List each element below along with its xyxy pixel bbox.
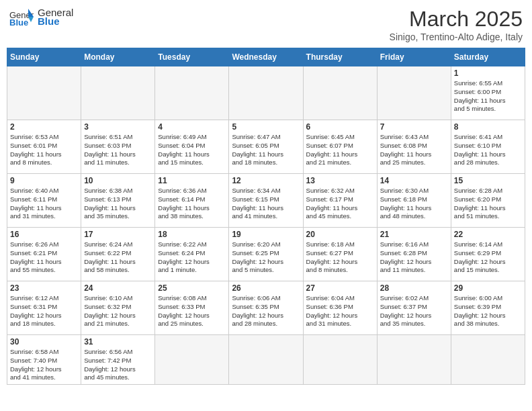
calendar-cell: 19Sunrise: 6:20 AM Sunset: 6:25 PM Dayli… [229,228,303,281]
day-info: Sunrise: 6:30 AM Sunset: 6:18 PM Dayligh… [380,187,448,221]
day-number: 20 [306,230,374,239]
day-info: Sunrise: 6:56 AM Sunset: 7:42 PM Dayligh… [84,348,152,382]
day-number: 21 [380,230,448,239]
day-info: Sunrise: 6:10 AM Sunset: 6:32 PM Dayligh… [84,294,152,328]
day-number: 4 [158,122,226,132]
weekday-header-friday: Friday [377,48,451,66]
page-header: General Blue General Blue March 2025 Sin… [7,7,525,42]
day-number: 24 [84,283,152,293]
calendar-cell [229,335,303,385]
day-info: Sunrise: 6:40 AM Sunset: 6:11 PM Dayligh… [10,187,78,221]
day-number: 15 [454,176,522,185]
day-info: Sunrise: 6:58 AM Sunset: 7:40 PM Dayligh… [10,348,78,382]
day-info: Sunrise: 6:43 AM Sunset: 6:08 PM Dayligh… [380,133,448,167]
calendar-cell: 20Sunrise: 6:18 AM Sunset: 6:27 PM Dayli… [303,228,377,281]
calendar-cell: 14Sunrise: 6:30 AM Sunset: 6:18 PM Dayli… [377,174,451,228]
day-info: Sunrise: 6:45 AM Sunset: 6:07 PM Dayligh… [306,133,374,167]
day-number: 22 [454,230,522,239]
calendar-cell [229,66,303,120]
day-number: 8 [454,122,522,132]
day-number: 11 [158,176,226,185]
day-number: 6 [306,122,374,132]
day-info: Sunrise: 6:06 AM Sunset: 6:35 PM Dayligh… [232,294,300,328]
calendar-cell: 8Sunrise: 6:41 AM Sunset: 6:10 PM Daylig… [451,120,525,174]
calendar-cell: 12Sunrise: 6:34 AM Sunset: 6:15 PM Dayli… [229,174,303,228]
day-info: Sunrise: 6:28 AM Sunset: 6:20 PM Dayligh… [454,187,522,221]
day-number: 14 [380,176,448,185]
calendar-cell: 27Sunrise: 6:04 AM Sunset: 6:36 PM Dayli… [303,281,377,335]
calendar-cell: 9Sunrise: 6:40 AM Sunset: 6:11 PM Daylig… [7,174,81,228]
day-number: 7 [380,122,448,132]
calendar-week-row: 2Sunrise: 6:53 AM Sunset: 6:01 PM Daylig… [7,120,525,174]
weekday-header-saturday: Saturday [451,48,525,66]
logo: General Blue General Blue [9,7,73,27]
day-info: Sunrise: 6:04 AM Sunset: 6:36 PM Dayligh… [306,294,374,328]
day-info: Sunrise: 6:34 AM Sunset: 6:15 PM Dayligh… [232,187,300,221]
day-number: 3 [84,122,152,132]
day-info: Sunrise: 6:14 AM Sunset: 6:29 PM Dayligh… [454,240,522,275]
calendar-cell: 6Sunrise: 6:45 AM Sunset: 6:07 PM Daylig… [303,120,377,174]
day-number: 1 [454,68,522,78]
calendar-cell: 4Sunrise: 6:49 AM Sunset: 6:04 PM Daylig… [155,120,229,174]
calendar-cell: 7Sunrise: 6:43 AM Sunset: 6:08 PM Daylig… [377,120,451,174]
day-info: Sunrise: 6:55 AM Sunset: 6:00 PM Dayligh… [454,79,522,113]
weekday-header-tuesday: Tuesday [155,48,229,66]
day-number: 9 [10,176,78,185]
weekday-header-wednesday: Wednesday [229,48,303,66]
calendar-cell: 17Sunrise: 6:24 AM Sunset: 6:22 PM Dayli… [81,228,155,281]
calendar-title: March 2025 [390,7,523,32]
calendar-cell: 15Sunrise: 6:28 AM Sunset: 6:20 PM Dayli… [451,174,525,228]
day-info: Sunrise: 6:12 AM Sunset: 6:31 PM Dayligh… [10,294,78,328]
day-number: 29 [454,283,522,293]
day-info: Sunrise: 6:36 AM Sunset: 6:14 PM Dayligh… [158,187,226,221]
calendar-week-row: 1Sunrise: 6:55 AM Sunset: 6:00 PM Daylig… [7,66,525,120]
calendar-cell [155,66,229,120]
calendar-week-row: 9Sunrise: 6:40 AM Sunset: 6:11 PM Daylig… [7,174,525,228]
logo-blue-text: Blue [38,15,73,27]
calendar-cell: 16Sunrise: 6:26 AM Sunset: 6:21 PM Dayli… [7,228,81,281]
day-number: 13 [306,176,374,185]
calendar-cell: 3Sunrise: 6:51 AM Sunset: 6:03 PM Daylig… [81,120,155,174]
calendar-cell: 18Sunrise: 6:22 AM Sunset: 6:24 PM Dayli… [155,228,229,281]
day-number: 23 [10,283,78,293]
day-number: 19 [232,230,300,239]
day-info: Sunrise: 6:16 AM Sunset: 6:28 PM Dayligh… [380,240,448,275]
calendar-cell [303,66,377,120]
day-number: 27 [306,283,374,293]
weekday-header-thursday: Thursday [303,48,377,66]
calendar-cell: 5Sunrise: 6:47 AM Sunset: 6:05 PM Daylig… [229,120,303,174]
calendar-cell: 25Sunrise: 6:08 AM Sunset: 6:33 PM Dayli… [155,281,229,335]
calendar-cell: 11Sunrise: 6:36 AM Sunset: 6:14 PM Dayli… [155,174,229,228]
day-number: 31 [84,337,152,347]
day-info: Sunrise: 6:22 AM Sunset: 6:24 PM Dayligh… [158,240,226,275]
day-info: Sunrise: 6:24 AM Sunset: 6:22 PM Dayligh… [84,240,152,275]
day-number: 10 [84,176,152,185]
logo-icon: General Blue [9,7,34,26]
calendar-week-row: 23Sunrise: 6:12 AM Sunset: 6:31 PM Dayli… [7,281,525,335]
day-info: Sunrise: 6:41 AM Sunset: 6:10 PM Dayligh… [454,133,522,167]
weekday-header-sunday: Sunday [7,48,81,66]
day-number: 30 [10,337,78,347]
weekday-header-monday: Monday [81,48,155,66]
svg-text:Blue: Blue [9,17,28,26]
weekday-header-row: SundayMondayTuesdayWednesdayThursdayFrid… [7,48,525,66]
calendar-cell: 24Sunrise: 6:10 AM Sunset: 6:32 PM Dayli… [81,281,155,335]
day-number: 16 [10,230,78,239]
calendar-table: SundayMondayTuesdayWednesdayThursdayFrid… [7,48,525,385]
calendar-cell [303,335,377,385]
day-number: 2 [10,122,78,132]
title-block: March 2025 Sinigo, Trentino-Alto Adige, … [390,7,523,42]
day-number: 26 [232,283,300,293]
day-info: Sunrise: 6:18 AM Sunset: 6:27 PM Dayligh… [306,240,374,275]
calendar-cell: 30Sunrise: 6:58 AM Sunset: 7:40 PM Dayli… [7,335,81,385]
calendar-subtitle: Sinigo, Trentino-Alto Adige, Italy [390,32,523,42]
day-number: 25 [158,283,226,293]
day-info: Sunrise: 6:00 AM Sunset: 6:39 PM Dayligh… [454,294,522,328]
day-info: Sunrise: 6:53 AM Sunset: 6:01 PM Dayligh… [10,133,78,167]
calendar-cell [7,66,81,120]
calendar-cell: 23Sunrise: 6:12 AM Sunset: 6:31 PM Dayli… [7,281,81,335]
calendar-cell: 26Sunrise: 6:06 AM Sunset: 6:35 PM Dayli… [229,281,303,335]
calendar-week-row: 16Sunrise: 6:26 AM Sunset: 6:21 PM Dayli… [7,228,525,281]
day-number: 17 [84,230,152,239]
day-info: Sunrise: 6:49 AM Sunset: 6:04 PM Dayligh… [158,133,226,167]
